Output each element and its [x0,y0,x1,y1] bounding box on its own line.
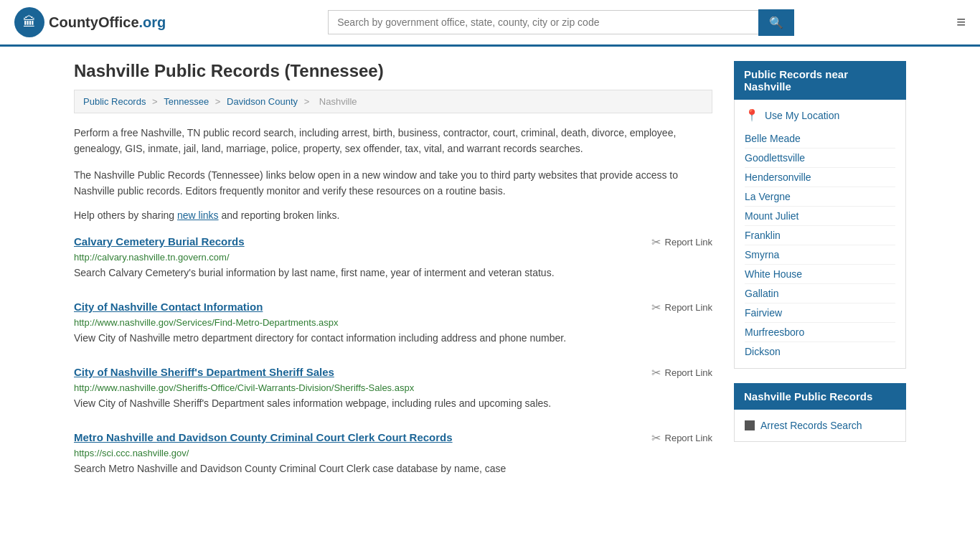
record-title-0[interactable]: Calvary Cemetery Burial Records [74,235,245,248]
record-url-3[interactable]: https://sci.ccc.nashville.gov/ [74,448,712,458]
nearby-link-3[interactable]: La Vergne [745,187,895,207]
nashville-records-title: Nashville Public Records [734,383,906,410]
report-label-1: Report Link [665,302,712,313]
sidebar: Public Records near Nashville 📍 Use My L… [734,61,906,496]
record-entry-1: City of Nashville Contact Information ✂ … [74,301,712,349]
record-url-2[interactable]: http://www.nashville.gov/Sheriffs-Office… [74,382,712,393]
report-label-2: Report Link [665,367,712,378]
record-title-1[interactable]: City of Nashville Contact Information [74,301,263,313]
record-header-0: Calvary Cemetery Burial Records ✂ Report… [74,235,712,249]
nashville-records-section: Nashville Public Records Arrest Records … [734,383,906,442]
record-title-3[interactable]: Metro Nashville and Davidson County Crim… [74,431,453,443]
breadcrumb-sep3: > [304,96,312,107]
record-url-0[interactable]: http://calvary.nashville.tn.govern.com/ [74,252,712,263]
content-area: Nashville Public Records (Tennessee) Pub… [74,61,712,496]
nearby-link-0[interactable]: Belle Meade [745,129,895,149]
report-link-2[interactable]: ✂ Report Link [651,366,712,380]
report-link-3[interactable]: ✂ Report Link [651,431,712,445]
report-label-0: Report Link [665,237,712,248]
search-icon: 🔍 [769,17,783,29]
record-header-1: City of Nashville Contact Information ✂ … [74,301,712,314]
nearby-link-9[interactable]: Fairview [745,303,895,323]
breadcrumb: Public Records > Tennessee > Davidson Co… [74,90,712,113]
nearby-link-2[interactable]: Hendersonville [745,168,895,187]
record-url-1[interactable]: http://www.nashville.gov/Services/Find-M… [74,317,712,328]
logo-text: CountyOffice.org [49,14,166,31]
logo-area: 🏛 CountyOffice.org [14,7,166,37]
help-post: and reporting broken links. [219,209,340,221]
nearby-link-5[interactable]: Franklin [745,226,895,245]
report-label-3: Report Link [665,433,712,443]
report-icon-1: ✂ [651,301,661,314]
use-my-location-btn[interactable]: 📍 Use My Location [745,107,895,123]
record-desc-0: Search Calvary Cemetery's burial informa… [74,265,712,281]
header: 🏛 CountyOffice.org 🔍 ≡ [0,0,980,47]
record-header-3: Metro Nashville and Davidson County Crim… [74,431,712,445]
breadcrumb-nashville: Nashville [319,96,357,107]
nashville-record-item-0[interactable]: Arrest Records Search [745,417,895,434]
breadcrumb-sep2: > [215,96,223,107]
search-area: 🔍 [328,9,794,36]
nearby-link-1[interactable]: Goodlettsville [745,149,895,168]
nearby-section: Public Records near Nashville 📍 Use My L… [734,61,906,369]
record-desc-2: View City of Nashville Sheriff's Departm… [74,396,712,411]
nearby-link-4[interactable]: Mount Juliet [745,207,895,226]
record-desc-3: Search Metro Nashville and Davidson Coun… [74,461,712,476]
nearby-content: 📍 Use My Location Belle Meade Goodlettsv… [734,100,906,369]
location-icon: 📍 [745,108,759,122]
report-icon-3: ✂ [651,431,661,445]
record-bullet-icon [745,420,755,430]
record-entry-2: City of Nashville Sheriff's Department S… [74,366,712,414]
logo-icon: 🏛 [14,7,44,37]
new-links-link[interactable]: new links [177,209,219,221]
nearby-link-7[interactable]: White House [745,265,895,284]
record-entry-0: Calvary Cemetery Burial Records ✂ Report… [74,235,712,283]
record-entry-3: Metro Nashville and Davidson County Crim… [74,431,712,479]
nearby-link-8[interactable]: Gallatin [745,284,895,303]
breadcrumb-public-records[interactable]: Public Records [83,96,146,107]
report-link-0[interactable]: ✂ Report Link [651,235,712,249]
report-icon-2: ✂ [651,366,661,380]
nearby-link-11[interactable]: Dickson [745,342,895,361]
record-header-2: City of Nashville Sheriff's Department S… [74,366,712,380]
description-text: Perform a free Nashville, TN public reco… [74,125,712,157]
use-my-location-label: Use My Location [765,110,839,121]
nashville-records-content: Arrest Records Search [734,410,906,442]
hamburger-icon: ≡ [956,13,966,31]
page-title: Nashville Public Records (Tennessee) [74,61,712,81]
logo-org: .org [139,14,166,30]
description2-text: The Nashville Public Records (Tennessee)… [74,167,712,199]
record-desc-1: View City of Nashville metro department … [74,331,712,346]
menu-button[interactable]: ≡ [956,13,966,32]
main-container: Nashville Public Records (Tennessee) Pub… [60,47,920,511]
breadcrumb-tennessee[interactable]: Tennessee [164,96,209,107]
help-pre: Help others by sharing [74,209,177,221]
nearby-title: Public Records near Nashville [734,61,906,100]
nearby-link-10[interactable]: Murfreesboro [745,323,895,342]
report-icon-0: ✂ [651,235,661,249]
record-title-2[interactable]: City of Nashville Sheriff's Department S… [74,366,334,378]
nearby-link-6[interactable]: Smyrna [745,245,895,265]
breadcrumb-sep1: > [152,96,160,107]
search-button[interactable]: 🔍 [758,9,794,36]
search-input[interactable] [328,10,758,34]
help-text: Help others by sharing new links and rep… [74,209,712,221]
nashville-record-label-0: Arrest Records Search [760,420,862,431]
report-link-1[interactable]: ✂ Report Link [651,301,712,314]
breadcrumb-davidson-county[interactable]: Davidson County [227,96,298,107]
